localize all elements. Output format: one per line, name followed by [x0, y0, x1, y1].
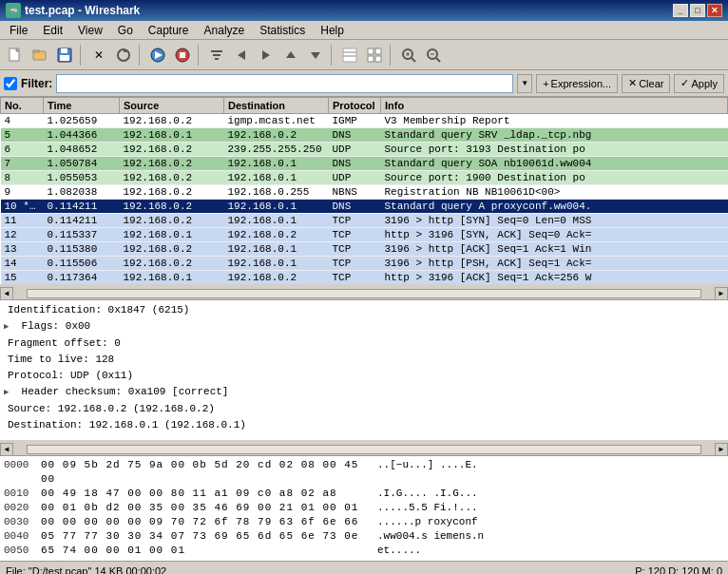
svg-marker-18: [286, 51, 296, 58]
col-header-info[interactable]: Info: [381, 98, 728, 114]
stop-capture-button[interactable]: [171, 44, 194, 67]
table-row[interactable]: 61.048652192.168.0.2239.255.255.250UDPSo…: [1, 143, 728, 157]
close-button[interactable]: ✕: [707, 4, 722, 17]
detail-scroll-right[interactable]: ▶: [715, 443, 728, 456]
detail-line[interactable]: ▶ Flags: 0x00: [0, 318, 728, 335]
scroll-down-button[interactable]: [304, 44, 327, 67]
start-capture-button[interactable]: [146, 44, 169, 67]
scroll-left-arrow[interactable]: ◀: [0, 287, 13, 300]
expand-icon[interactable]: ▶: [4, 386, 15, 400]
back-button[interactable]: [230, 44, 253, 67]
toolbar-separator-2: [139, 45, 143, 66]
svg-rect-20: [343, 48, 356, 62]
filter-button[interactable]: [205, 44, 228, 67]
zoom-out-button[interactable]: [422, 44, 445, 67]
table-row[interactable]: 130.115380192.168.0.2192.168.0.1TCP3196 …: [1, 242, 728, 257]
svg-rect-24: [375, 48, 381, 54]
open-button[interactable]: [29, 44, 51, 67]
filter-bar: Filter: ▼ + Expression... ✕ Clear ✓ Appl…: [0, 70, 728, 97]
display-mode-button[interactable]: [363, 44, 386, 67]
expression-icon: +: [543, 78, 548, 89]
clear-button[interactable]: ✕ Clear: [622, 74, 670, 93]
table-row[interactable]: 120.115337192.168.0.1192.168.0.2TCPhttp …: [1, 228, 728, 242]
hex-offset: 0010: [4, 487, 37, 501]
svg-line-32: [436, 58, 440, 62]
menu-item-view[interactable]: View: [70, 22, 110, 39]
menu-item-file[interactable]: File: [2, 22, 35, 39]
detail-scroll-track[interactable]: [27, 445, 701, 454]
table-row[interactable]: 91.082038192.168.0.2192.168.0.255NBNSReg…: [1, 185, 728, 200]
hex-offset: 0030: [4, 515, 37, 529]
maximize-button[interactable]: □: [690, 4, 705, 17]
menu-item-edit[interactable]: Edit: [35, 22, 70, 39]
reload-button[interactable]: [112, 44, 135, 67]
detail-panel[interactable]: Identification: 0x1847 (6215)▶ Flags: 0x…: [0, 300, 728, 443]
detail-line: Protocol: UDP (0x11): [0, 368, 728, 384]
table-row[interactable]: 150.117364192.168.0.1192.168.0.2TCPhttp …: [1, 271, 728, 285]
detail-line[interactable]: ▶ Header checksum: 0xa109 [correct]: [0, 384, 728, 401]
col-header-no[interactable]: No.: [1, 98, 44, 114]
table-row[interactable]: 81.055053192.168.0.2192.168.0.1UDPSource…: [1, 171, 728, 185]
detail-scroll-left[interactable]: ◀: [0, 443, 13, 456]
table-row[interactable]: 110.114211192.168.0.2192.168.0.1TCP3196 …: [1, 214, 728, 228]
new-button[interactable]: [4, 44, 27, 67]
window-controls[interactable]: _ □ ✕: [673, 4, 722, 17]
svg-marker-19: [311, 52, 320, 59]
col-header-destination[interactable]: Destination: [224, 98, 329, 114]
hex-ascii: .I.G.... .I.G...: [377, 487, 478, 501]
apply-icon: ✓: [680, 77, 689, 89]
toolbar-separator-3: [198, 45, 201, 66]
hex-panel[interactable]: 000000 09 5b 2d 75 9a 00 0b 5d 20 cd 02 …: [0, 456, 728, 561]
detail-horizontal-scrollbar[interactable]: ◀ ▶: [0, 443, 728, 456]
hex-offset: 0050: [4, 544, 37, 558]
menu-item-analyze[interactable]: Analyze: [197, 22, 253, 39]
hex-ascii: .ww004.s iemens.n: [377, 529, 484, 544]
menu-bar: FileEditViewGoCaptureAnalyzeStatisticsHe…: [0, 21, 728, 40]
scroll-right-arrow[interactable]: ▶: [715, 287, 728, 300]
table-row[interactable]: 71.050784192.168.0.2192.168.0.1DNSStanda…: [1, 157, 728, 171]
scroll-track[interactable]: [27, 289, 701, 298]
hex-line: 000000 09 5b 2d 75 9a 00 0b 5d 20 cd 02 …: [4, 458, 724, 487]
hex-bytes: 65 74 00 00 01 00 01: [41, 544, 374, 558]
minimize-button[interactable]: _: [673, 4, 688, 17]
toolbar: ✕: [0, 40, 728, 70]
col-header-source[interactable]: Source: [120, 98, 224, 114]
horizontal-scrollbar[interactable]: ◀ ▶: [0, 287, 728, 300]
filter-input[interactable]: [56, 74, 513, 93]
hex-ascii: .....5.5 Fi.!...: [377, 501, 478, 515]
packet-list[interactable]: No. Time Source Destination Protocol Inf…: [0, 97, 728, 287]
status-right: P: 120 D: 120 M: 0: [635, 565, 722, 575]
forward-button[interactable]: [255, 44, 278, 67]
status-bar: File: "D:/test.pcap" 14 KB 00:00:02 P: 1…: [0, 561, 728, 574]
detail-line: Source: 192.168.0.2 (192.168.0.2): [0, 401, 728, 417]
menu-item-statistics[interactable]: Statistics: [252, 22, 313, 39]
menu-item-go[interactable]: Go: [110, 22, 141, 39]
filter-checkbox[interactable]: [4, 77, 17, 90]
svg-rect-5: [61, 48, 67, 53]
table-row[interactable]: 10 *REF*0.114211192.168.0.2192.168.0.1DN…: [1, 200, 728, 214]
table-row[interactable]: 51.044366192.168.0.1192.168.0.2DNSStanda…: [1, 128, 728, 143]
svg-line-28: [412, 58, 415, 62]
menu-item-capture[interactable]: Capture: [141, 22, 197, 39]
close-capture-button[interactable]: ✕: [87, 44, 110, 67]
col-header-protocol[interactable]: Protocol: [329, 98, 381, 114]
status-packet-counts: P: 120 D: 120 M: 0: [635, 565, 722, 575]
display-filter-list-button[interactable]: [338, 44, 361, 67]
table-row[interactable]: 41.025659192.168.0.2igmp.mcast.netIGMPV3…: [1, 114, 728, 128]
save-button[interactable]: [53, 44, 76, 67]
svg-rect-6: [60, 55, 69, 61]
filter-dropdown-button[interactable]: ▼: [517, 74, 532, 93]
expression-button[interactable]: + Expression...: [536, 74, 618, 93]
zoom-in-button[interactable]: [397, 44, 420, 67]
toolbar-separator-4: [331, 45, 335, 66]
menu-item-help[interactable]: Help: [313, 22, 352, 39]
scroll-up-button[interactable]: [279, 44, 302, 67]
table-row[interactable]: 140.115506192.168.0.2192.168.0.1TCP3196 …: [1, 257, 728, 271]
col-header-time[interactable]: Time: [44, 98, 120, 114]
hex-line: 005065 74 00 00 01 00 01et.....: [4, 544, 724, 558]
detail-line: Identification: 0x1847 (6215): [0, 302, 728, 318]
title-bar-left: 🦈 test.pcap - Wireshark: [6, 3, 140, 18]
expand-icon[interactable]: ▶: [4, 320, 15, 335]
apply-button[interactable]: ✓ Apply: [674, 74, 724, 93]
window-title: test.pcap - Wireshark: [25, 4, 140, 17]
